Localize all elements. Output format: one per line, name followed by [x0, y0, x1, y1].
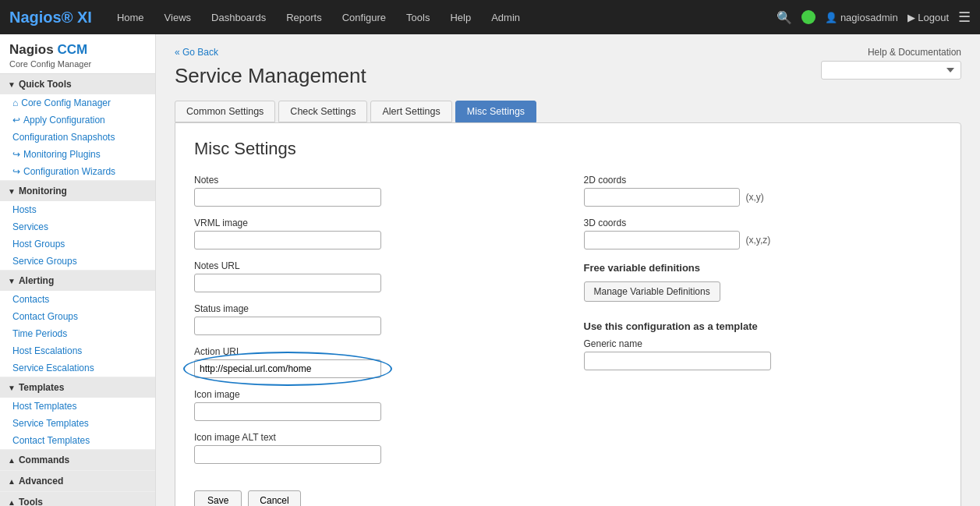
- generic-name-label: Generic name: [584, 338, 943, 349]
- cancel-button[interactable]: Cancel: [248, 490, 300, 506]
- coords-2d-label: 2D coords: [584, 175, 943, 186]
- arrow-right-icon2: ↪: [12, 166, 20, 177]
- status-indicator: [801, 10, 815, 24]
- status-image-group: Status image: [194, 303, 553, 335]
- sidebar-item-hosts[interactable]: Hosts: [0, 201, 155, 218]
- section-advanced: ▲ Advanced: [0, 471, 155, 492]
- home-icon: ⌂: [12, 97, 18, 108]
- nav-help[interactable]: Help: [440, 7, 480, 28]
- save-button[interactable]: Save: [194, 490, 242, 506]
- free-variable-section: Free variable definitions Manage Variabl…: [584, 262, 943, 314]
- notes-url-input[interactable]: [194, 274, 381, 292]
- sidebar-item-configuration-snapshots[interactable]: Configuration Snapshots: [0, 129, 155, 146]
- chevron-down-icon: ▼: [8, 80, 16, 89]
- sidebar-item-contact-templates[interactable]: Contact Templates: [0, 432, 155, 449]
- nav-views[interactable]: Views: [155, 7, 200, 28]
- icon-image-alt-label: Icon image ALT text: [194, 432, 553, 443]
- section-quick-tools-header[interactable]: ▼ Quick Tools: [0, 74, 155, 94]
- section-monitoring-header[interactable]: ▼ Monitoring: [0, 181, 155, 201]
- coords-3d-label: 3D coords: [584, 218, 943, 228]
- top-navbar: Nagios® XI Home Views Dashboards Reports…: [0, 0, 980, 34]
- tab-alert-settings[interactable]: Alert Settings: [370, 101, 451, 122]
- coords-3d-group: 3D coords (x,y,z): [584, 218, 943, 249]
- nav-right: 🔍 👤 nagiosadmin ▶ Logout ☰: [777, 9, 971, 26]
- section-monitoring: ▼ Monitoring Hosts Services Host Groups …: [0, 181, 155, 271]
- layout: Nagios CCM Core Config Manager ▼ Quick T…: [0, 34, 980, 506]
- sidebar-item-contact-groups[interactable]: Contact Groups: [0, 308, 155, 325]
- notes-group: Notes: [194, 175, 553, 207]
- section-alerting-header[interactable]: ▼ Alerting: [0, 271, 155, 291]
- nav-admin[interactable]: Admin: [482, 7, 529, 28]
- search-icon[interactable]: 🔍: [777, 10, 792, 25]
- notes-input[interactable]: [194, 188, 381, 207]
- sidebar-item-service-escalations[interactable]: Service Escalations: [0, 359, 155, 377]
- form-columns: Notes VRML image Notes URL Status image: [194, 175, 942, 475]
- form-actions: Save Cancel: [194, 490, 942, 506]
- main-content: « Go Back Service Management Help & Docu…: [156, 34, 980, 506]
- generic-name-input[interactable]: [584, 352, 771, 370]
- logo-xi: XI: [77, 9, 92, 26]
- logout-button[interactable]: ▶ Logout: [907, 12, 949, 23]
- manage-variable-definitions-button[interactable]: Manage Variable Definitions: [584, 281, 720, 302]
- section-tools: ▲ Tools: [0, 492, 155, 506]
- help-doc-label: Help & Documentation: [868, 47, 961, 58]
- form-left-column: Notes VRML image Notes URL Status image: [194, 175, 553, 475]
- coords-2d-input[interactable]: [584, 188, 740, 207]
- action-url-input[interactable]: [194, 359, 381, 378]
- nav-home[interactable]: Home: [108, 7, 154, 28]
- nav-dashboards[interactable]: Dashboards: [202, 7, 275, 28]
- icon-image-input[interactable]: [194, 402, 381, 421]
- action-url-group: Action URL: [194, 346, 553, 378]
- use-template-section: Use this configuration as a template Gen…: [584, 320, 943, 370]
- icon-image-group: Icon image: [194, 389, 553, 421]
- sidebar-brand: Nagios CCM: [9, 42, 146, 58]
- nav-configure[interactable]: Configure: [333, 7, 395, 28]
- chevron-down-icon2: ▼: [8, 187, 16, 196]
- section-tools-header[interactable]: ▲ Tools: [0, 492, 155, 506]
- sidebar-item-core-config-manager[interactable]: ⌂ Core Config Manager: [0, 94, 155, 111]
- sidebar-item-service-templates[interactable]: Service Templates: [0, 415, 155, 432]
- nav-tools[interactable]: Tools: [397, 7, 439, 28]
- sidebar-item-configuration-wizards[interactable]: ↪ Configuration Wizards: [0, 163, 155, 180]
- chevron-up-icon2: ▲: [8, 477, 16, 486]
- icon-image-alt-input[interactable]: [194, 445, 381, 464]
- nav-reports[interactable]: Reports: [277, 7, 331, 28]
- hamburger-icon[interactable]: ☰: [958, 9, 971, 26]
- vrml-image-group: VRML image: [194, 218, 553, 249]
- chevron-up-icon: ▲: [8, 456, 16, 465]
- status-image-input[interactable]: [194, 317, 381, 335]
- brand-nagios: Nagios: [9, 42, 57, 57]
- section-commands-header[interactable]: ▲ Commands: [0, 450, 155, 470]
- coords-2d-group: 2D coords (x,y): [584, 175, 943, 207]
- vrml-image-input[interactable]: [194, 231, 381, 249]
- section-templates-header[interactable]: ▼ Templates: [0, 377, 155, 398]
- help-doc-select[interactable]: [821, 61, 961, 80]
- nagios-logo: Nagios® XI: [9, 9, 92, 27]
- notes-label: Notes: [194, 175, 553, 186]
- sidebar-item-services[interactable]: Services: [0, 218, 155, 235]
- sidebar-item-monitoring-plugins[interactable]: ↪ Monitoring Plugins: [0, 146, 155, 163]
- notes-url-group: Notes URL: [194, 260, 553, 292]
- free-variable-heading: Free variable definitions: [584, 262, 943, 274]
- sidebar-item-apply-configuration[interactable]: ↩ Apply Configuration: [0, 111, 155, 129]
- sidebar-item-host-templates[interactable]: Host Templates: [0, 398, 155, 415]
- sidebar-item-service-groups[interactable]: Service Groups: [0, 253, 155, 270]
- tab-common-settings[interactable]: Common Settings: [175, 101, 275, 122]
- coords-2d-row: (x,y): [584, 188, 943, 207]
- nav-items: Home Views Dashboards Reports Configure …: [108, 7, 777, 28]
- tab-misc-settings[interactable]: Misc Settings: [455, 101, 536, 122]
- section-advanced-header[interactable]: ▲ Advanced: [0, 471, 155, 491]
- sidebar-item-contacts[interactable]: Contacts: [0, 291, 155, 308]
- tab-bar: Common Settings Check Settings Alert Set…: [175, 101, 961, 122]
- arrow-icon: ↩: [12, 115, 20, 126]
- vrml-image-label: VRML image: [194, 218, 553, 228]
- coords-3d-input[interactable]: [584, 231, 740, 249]
- user-link[interactable]: 👤 nagiosadmin: [825, 12, 897, 23]
- tab-check-settings[interactable]: Check Settings: [278, 101, 367, 122]
- sidebar-subtitle: Core Config Manager: [9, 59, 146, 69]
- sidebar-item-host-escalations[interactable]: Host Escalations: [0, 342, 155, 359]
- coords-3d-row: (x,y,z): [584, 231, 943, 249]
- sidebar-item-time-periods[interactable]: Time Periods: [0, 325, 155, 342]
- icon-image-alt-group: Icon image ALT text: [194, 432, 553, 464]
- sidebar-item-host-groups[interactable]: Host Groups: [0, 235, 155, 253]
